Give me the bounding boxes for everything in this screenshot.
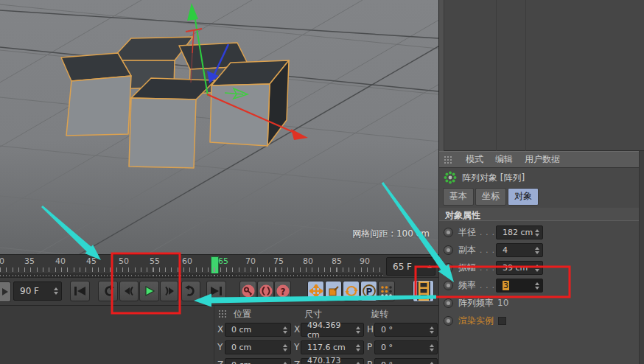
next-frame-button[interactable] (160, 281, 178, 301)
object-manager-panel[interactable] (439, 0, 644, 151)
menu-mode[interactable]: 模式 (466, 153, 483, 166)
tick-85[interactable]: 85 (332, 256, 342, 266)
move-icon (309, 284, 323, 298)
array-cubes[interactable] (61, 37, 289, 168)
menu-userdata[interactable]: 用户数据 (525, 153, 560, 166)
rot-b-label: B (367, 360, 373, 364)
autokey-button[interactable] (257, 281, 274, 301)
radius-stepper[interactable] (533, 229, 540, 237)
size-y-field[interactable]: 117.6 cm (301, 340, 364, 354)
radius-field[interactable]: 182 cm (496, 225, 543, 239)
attribute-tabs: 基本 坐标 对象 (443, 188, 539, 206)
pos-z-field[interactable]: 0 cm (225, 358, 291, 364)
rot-h-field[interactable]: 0 ° (374, 323, 438, 337)
timeline-mode-button[interactable] (413, 280, 434, 302)
point-level-animation-toggle[interactable] (378, 281, 395, 301)
tick-60[interactable]: 60 (182, 256, 192, 266)
keyframe-dot-icon[interactable] (444, 246, 452, 254)
size-z-field[interactable]: 470.173 cm (301, 358, 364, 364)
pos-x-field[interactable]: 0 cm (225, 323, 291, 337)
record-scale-toggle[interactable] (325, 281, 342, 301)
keyframe-dot-icon[interactable] (444, 299, 452, 307)
panel-splitter[interactable] (439, 0, 444, 151)
tab-coordinates[interactable]: 坐标 (475, 188, 506, 206)
copies-field[interactable]: 4 (496, 243, 543, 257)
size-z-stepper[interactable] (354, 362, 361, 364)
frequency-field-editing[interactable]: 3 (496, 279, 543, 293)
play-forward-button[interactable] (139, 281, 159, 301)
panel-grip-icon[interactable] (218, 309, 228, 318)
record-parameter-toggle[interactable]: P (360, 281, 377, 301)
current-frame-value: 90 F (20, 286, 39, 296)
timeline-ruler[interactable]: 30 35 40 45 50 55 60 65 70 75 80 85 90 6… (0, 254, 438, 277)
pos-y-stepper[interactable] (281, 344, 288, 351)
cube-left[interactable] (61, 53, 131, 136)
cube-right[interactable] (210, 60, 289, 146)
tick-65-current[interactable]: 65 (218, 256, 228, 266)
menu-edit[interactable]: 编辑 (495, 153, 513, 166)
rot-b-field[interactable]: 0 ° (374, 358, 438, 364)
svg-text:?: ? (280, 287, 285, 297)
size-x-stepper[interactable] (354, 326, 361, 334)
amplitude-field[interactable]: 39 cm (496, 261, 543, 275)
size-z-value: 470.173 cm (307, 356, 354, 364)
goto-start-button[interactable] (70, 281, 90, 301)
array-object-icon (444, 171, 457, 184)
goto-end-icon (210, 286, 223, 296)
goto-end-button[interactable] (206, 281, 226, 301)
keyframe-dot-icon[interactable] (444, 281, 452, 290)
amplitude-stepper[interactable] (533, 265, 540, 272)
pos-x-stepper[interactable] (281, 326, 288, 334)
previous-key-button[interactable] (98, 281, 118, 301)
rot-b-stepper[interactable] (428, 362, 435, 364)
radius-value: 182 cm (503, 228, 533, 237)
rot-b-value: 0 ° (381, 360, 393, 364)
pos-x-label: X (217, 324, 223, 335)
copies-stepper[interactable] (533, 247, 540, 254)
keyframe-dot-icon[interactable] (444, 264, 452, 272)
previous-frame-button[interactable] (119, 281, 139, 301)
record-keyframe-button[interactable] (239, 281, 256, 301)
array-frequency-value[interactable]: 10 (497, 298, 508, 308)
size-y-stepper[interactable] (354, 344, 361, 351)
next-key-button[interactable] (181, 281, 200, 301)
record-position-toggle[interactable] (307, 281, 324, 301)
tick-75[interactable]: 75 (273, 256, 284, 266)
keyframe-dot-icon[interactable] (444, 228, 452, 237)
tab-object[interactable]: 对象 (508, 188, 539, 206)
rot-h-stepper[interactable] (428, 326, 435, 334)
end-frame-stepper[interactable] (426, 265, 433, 268)
tab-basic[interactable]: 基本 (443, 188, 474, 206)
cube-center-front[interactable] (129, 78, 215, 168)
keying-options-button[interactable]: ? (274, 281, 291, 301)
frame-stepper[interactable] (52, 287, 59, 295)
size-x-field[interactable]: 494.369 cm (301, 323, 364, 337)
tick-40[interactable]: 40 (55, 256, 66, 266)
frequency-stepper[interactable] (533, 282, 540, 290)
size-x-label: X (294, 324, 300, 335)
tick-80[interactable]: 80 (303, 256, 313, 266)
tick-55[interactable]: 55 (150, 256, 160, 266)
attr-row-radius: 半径 . . . 182 cm (439, 223, 644, 241)
record-rotation-toggle[interactable] (343, 281, 360, 301)
tick-70[interactable]: 70 (245, 256, 256, 266)
keyframe-dot-icon[interactable] (444, 317, 452, 325)
tick-35[interactable]: 35 (24, 256, 35, 266)
pos-z-stepper[interactable] (281, 362, 288, 364)
rot-p-field[interactable]: 0 ° (374, 340, 438, 354)
render-instances-checkbox[interactable] (498, 317, 506, 325)
menubar-grip-icon[interactable] (444, 155, 454, 164)
tick-90[interactable]: 90 (360, 256, 370, 266)
size-z-label: Z (294, 360, 300, 364)
partial-play-button[interactable] (0, 281, 11, 302)
section-object-properties[interactable]: 对象属性 (439, 208, 644, 221)
viewport-3d[interactable]: 网格间距 : 100 cm (0, 0, 438, 254)
current-frame-field[interactable]: 90 F (13, 281, 62, 301)
end-frame-field[interactable]: 65 F (386, 257, 435, 276)
tick-30[interactable]: 30 (0, 256, 4, 266)
tick-50[interactable]: 50 (119, 256, 129, 266)
attribute-scrollbar[interactable] (639, 151, 644, 364)
tick-45[interactable]: 45 (86, 256, 97, 266)
pos-y-field[interactable]: 0 cm (225, 340, 291, 354)
rot-p-stepper[interactable] (428, 344, 435, 351)
